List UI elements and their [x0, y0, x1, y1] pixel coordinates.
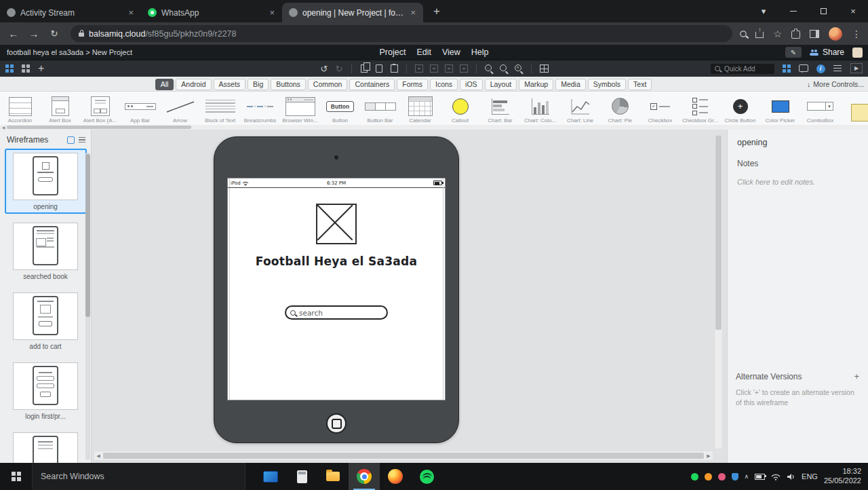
palette-item-arrow[interactable]: Arrow	[160, 92, 200, 125]
group-icon[interactable]	[444, 62, 454, 75]
category-tab-all[interactable]: All	[155, 79, 174, 90]
zoom-icon[interactable]	[741, 31, 747, 37]
palette-scrollbar[interactable]: ◀	[0, 125, 868, 130]
reload-icon[interactable]: ↻	[46, 29, 62, 39]
category-tab-android[interactable]: Android	[176, 79, 211, 90]
tab-close-icon[interactable]: ×	[126, 7, 136, 18]
share-button[interactable]: Share	[810, 48, 844, 57]
tab-close-icon[interactable]: ×	[408, 7, 418, 18]
browser-tab-whatsapp[interactable]: WhatsApp ×	[141, 3, 282, 22]
scroll-left-icon[interactable]: ◀	[0, 125, 7, 130]
scroll-right-icon[interactable]: ▶	[705, 453, 713, 459]
vertical-scrollbar-thumb[interactable]	[715, 136, 722, 330]
palette-item-comment[interactable]	[840, 92, 868, 125]
browser-menu-icon[interactable]: ⋮	[852, 29, 861, 39]
palette-item-browser-window[interactable]: Browser Win...	[280, 92, 320, 125]
volume-icon[interactable]	[787, 473, 795, 480]
palette-item-block-of-text[interactable]: Block of Text	[200, 92, 240, 125]
menu-project[interactable]: Project	[379, 48, 406, 57]
category-tab-layout[interactable]: Layout	[485, 79, 517, 90]
scroll-left-icon[interactable]: ◀	[94, 453, 102, 459]
quick-add-input[interactable]: Quick Add	[711, 64, 774, 74]
editor-canvas[interactable]: 6:32 PM iPod Football Heya el Sa3ada sea	[92, 130, 727, 463]
side-panel-icon[interactable]	[810, 30, 819, 38]
transform-icon[interactable]	[414, 62, 424, 75]
palette-item-alert-box-alt[interactable]: Alert Box (A...	[80, 92, 120, 125]
presentation-play-icon[interactable]: ▶	[850, 63, 863, 73]
zoom-reset-icon[interactable]	[499, 62, 509, 75]
spotify-tray-icon[interactable]	[691, 473, 698, 480]
horizontal-scrollbar-thumb[interactable]	[103, 453, 704, 459]
image-placeholder[interactable]	[316, 204, 357, 244]
duplicate-icon[interactable]	[359, 62, 369, 75]
tab-search-chevron-icon[interactable]: ▾	[749, 0, 778, 22]
menu-edit[interactable]: Edit	[416, 48, 431, 57]
palette-item-button-bar[interactable]: Button Bar	[360, 92, 400, 125]
ui-library-icon[interactable]	[782, 62, 791, 75]
zoom-out-icon[interactable]: -	[484, 62, 494, 75]
palette-item-chart-pie[interactable]: Chart: Pie	[600, 92, 640, 125]
palette-item-button[interactable]: Button Button	[320, 92, 360, 125]
maximize-button[interactable]	[808, 0, 838, 22]
address-bar[interactable]: balsamiq.cloud/sf85gu5/pkhz0n9/r2278	[71, 25, 732, 42]
category-tab-symbols[interactable]: Symbols	[588, 79, 626, 90]
sidebar-scrollbar-thumb[interactable]	[85, 154, 90, 317]
category-tab-text[interactable]: Text	[628, 79, 652, 90]
wireframe-item-add-to-cart[interactable]: add to cart	[5, 288, 87, 354]
palette-item-chart-column[interactable]: Chart: Colu...	[520, 92, 560, 125]
palette-item-color-picker[interactable]: Color Picker	[760, 92, 800, 125]
language-indicator[interactable]: ENG	[802, 472, 818, 480]
hidden-icons-chevron-icon[interactable]: ∧	[745, 473, 749, 480]
extensions-icon[interactable]	[791, 31, 800, 39]
wireframe-item-opening[interactable]: opening	[5, 149, 87, 214]
copy-icon[interactable]	[374, 62, 384, 75]
wireframe-search-input[interactable]: search	[285, 305, 388, 320]
canvas-vertical-scrollbar[interactable]	[714, 135, 723, 449]
tab-close-icon[interactable]: ×	[267, 7, 277, 18]
palette-item-app-bar[interactable]: App Bar	[120, 92, 160, 125]
back-icon[interactable]: ←	[5, 28, 22, 39]
breadcrumb[interactable]: football heya el sa3ada > New Project	[7, 45, 132, 60]
orange-app-tray-icon[interactable]	[705, 473, 712, 480]
user-avatar[interactable]	[852, 48, 863, 58]
palette-item-callout[interactable]: Callout	[440, 92, 480, 125]
menu-help[interactable]: Help	[471, 48, 489, 57]
wireframe-item-searched-book[interactable]: searched book	[5, 219, 87, 284]
close-button[interactable]: ×	[838, 0, 868, 22]
red-app-tray-icon[interactable]	[718, 473, 726, 480]
palette-item-accordion[interactable]: Accordion	[0, 92, 40, 125]
movies-tv-app-button[interactable]	[255, 463, 286, 490]
notes-list-icon[interactable]	[833, 62, 842, 75]
more-controls-button[interactable]: ↓ More Controls...	[807, 77, 864, 92]
align-icon[interactable]	[429, 62, 439, 75]
data-table-icon[interactable]	[539, 62, 549, 75]
share-icon[interactable]	[755, 32, 764, 38]
notes-placeholder[interactable]: Click here to edit notes.	[737, 178, 859, 186]
browser-tab-balsamiq[interactable]: opening | New Project | football | ×	[282, 3, 423, 22]
new-tab-button[interactable]: +	[429, 3, 445, 20]
category-tab-common[interactable]: Common	[308, 79, 348, 90]
grid-view-icon[interactable]	[22, 64, 25, 68]
category-tab-big[interactable]: Big	[248, 79, 269, 90]
forward-icon[interactable]: →	[26, 28, 42, 39]
list-view-icon[interactable]	[79, 137, 85, 143]
add-wireframe-icon[interactable]: +	[38, 63, 44, 74]
bookmark-star-icon[interactable]: ☆	[773, 29, 782, 39]
palette-item-checkbox[interactable]: ✓ Checkbox	[640, 92, 680, 125]
palette-scrollbar-thumb[interactable]	[7, 126, 191, 129]
paste-icon[interactable]	[389, 62, 399, 75]
palette-item-calendar[interactable]: Calendar	[400, 92, 440, 125]
wireframe-item-login-first[interactable]: login first/pr...	[5, 358, 87, 423]
browser-tab-activity-stream[interactable]: Activity Stream ×	[0, 3, 141, 22]
add-alternate-button[interactable]: +	[852, 371, 861, 381]
profile-avatar[interactable]	[829, 27, 842, 41]
edit-project-button[interactable]: ✎	[785, 47, 802, 58]
ipad-mockup[interactable]: 6:32 PM iPod Football Heya el Sa3ada sea	[214, 136, 459, 443]
calculator-app-button[interactable]	[286, 463, 317, 490]
thumbnail-view-icon[interactable]	[5, 64, 9, 68]
category-tab-assets[interactable]: Assets	[214, 79, 246, 90]
wireframe-item-partial[interactable]	[5, 428, 87, 463]
category-tab-markup[interactable]: Markup	[519, 79, 553, 90]
redo-icon[interactable]: ↻	[334, 62, 344, 75]
category-tab-media[interactable]: Media	[555, 79, 586, 90]
